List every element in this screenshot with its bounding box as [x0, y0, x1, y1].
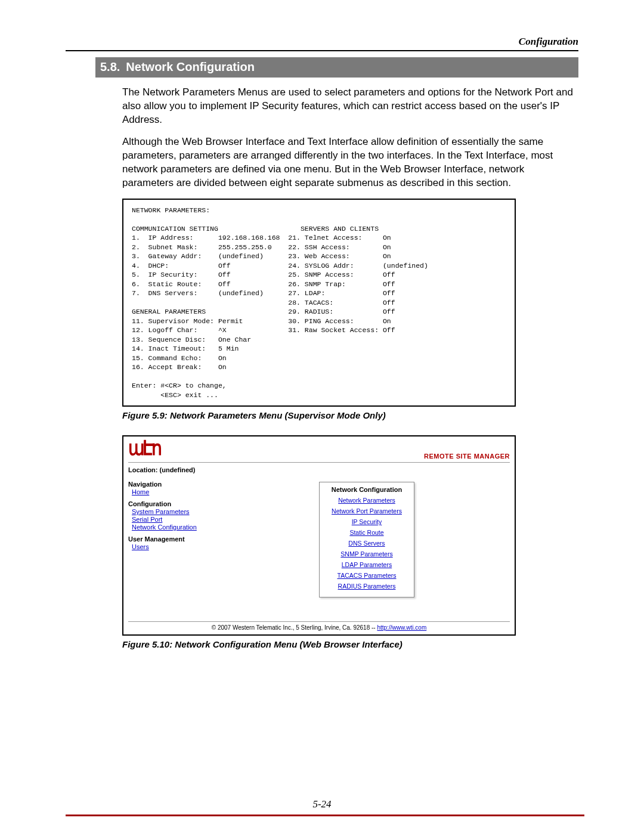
- nav-link-network-configuration[interactable]: Network Configuration: [132, 524, 218, 531]
- nav-heading: Navigation: [128, 481, 218, 488]
- nav-link-serial-port[interactable]: Serial Port: [132, 516, 218, 523]
- panel-link-tacacs-parameters[interactable]: TACACS Parameters: [322, 572, 411, 579]
- section-number: 5.8.: [100, 60, 120, 73]
- section-heading: 5.8.Network Configuration: [95, 57, 578, 78]
- user-mgmt-heading: User Management: [128, 535, 218, 543]
- text-interface-figure: NETWORK PARAMETERS: COMMUNICATION SETTIN…: [122, 199, 516, 407]
- panel-link-static-route[interactable]: Static Route: [322, 529, 411, 536]
- web-interface-figure: աԷո REMOTE SITE MANAGER Location: (undef…: [122, 435, 516, 636]
- figure-5-10-caption: Figure 5.10: Network Configuration Menu …: [122, 639, 578, 649]
- page-number: 5-24: [0, 798, 644, 810]
- footer-text: © 2007 Western Telematic Inc., 5 Sterlin…: [212, 624, 377, 631]
- header-rule: [66, 50, 578, 51]
- panel-link-ip-security[interactable]: IP Security: [322, 518, 411, 525]
- wti-logo: աԷո: [128, 440, 160, 460]
- panel-link-radius-parameters[interactable]: RADIUS Parameters: [322, 583, 411, 590]
- page-header: Configuration: [66, 36, 578, 48]
- config-heading: Configuration: [128, 500, 218, 507]
- navigation-column: Navigation Home Configuration System Par…: [128, 479, 218, 617]
- paragraph-1: The Network Parameters Menus are used to…: [122, 86, 578, 127]
- panel-link-network-port-parameters[interactable]: Network Port Parameters: [322, 507, 411, 515]
- section-title: Network Configuration: [126, 60, 255, 73]
- nav-link-system-parameters[interactable]: System Parameters: [132, 508, 218, 515]
- web-footer: © 2007 Western Telematic Inc., 5 Sterlin…: [128, 621, 510, 632]
- panel-link-snmp-parameters[interactable]: SNMP Parameters: [322, 550, 411, 558]
- location-line: Location: (undefined): [128, 466, 510, 473]
- bottom-rule: [66, 815, 584, 816]
- footer-link[interactable]: http://www.wti.com: [377, 624, 426, 631]
- paragraph-2: Although the Web Browser Interface and T…: [122, 135, 578, 190]
- panel-link-network-parameters[interactable]: Network Parameters: [322, 497, 411, 504]
- panel-link-dns-servers[interactable]: DNS Servers: [322, 540, 411, 547]
- network-config-panel: Network Configuration Network Parameters…: [319, 482, 414, 597]
- remote-site-manager-label: REMOTE SITE MANAGER: [424, 453, 510, 460]
- panel-link-ldap-parameters[interactable]: LDAP Parameters: [322, 561, 411, 568]
- panel-title: Network Configuration: [322, 486, 411, 493]
- document-page: Configuration 5.8.Network Configuration …: [0, 0, 644, 833]
- figure-5-9-caption: Figure 5.9: Network Parameters Menu (Sup…: [122, 410, 578, 420]
- nav-link-home[interactable]: Home: [132, 488, 218, 496]
- nav-link-users[interactable]: Users: [132, 543, 218, 550]
